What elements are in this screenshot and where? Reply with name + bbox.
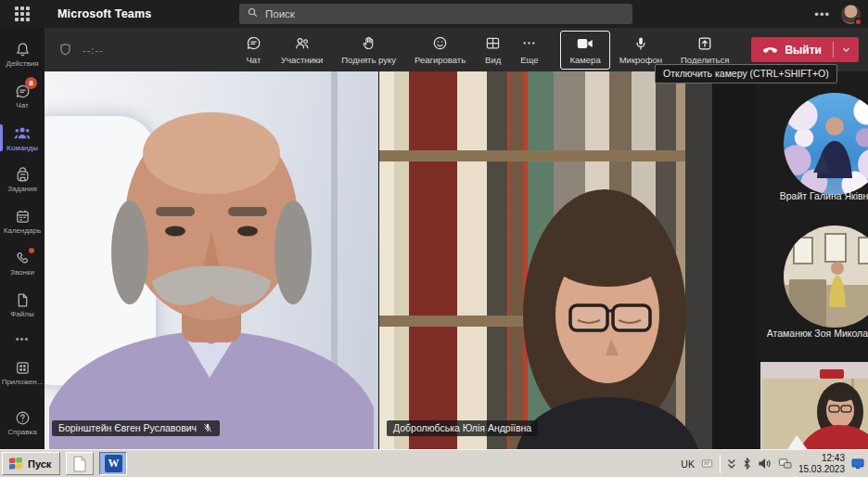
button-label: Еще: [520, 55, 538, 65]
participants-icon: [293, 34, 311, 52]
shield-icon: [57, 42, 73, 58]
camera-tooltip: Отключить камеру (CTRL+SHIFT+O): [655, 64, 837, 84]
sidebar-item-activity[interactable]: Действия: [0, 33, 45, 75]
participants-panel: Врайт Галина Яківна Атаманюк Зоя Миколаї…: [757, 71, 868, 449]
button-label: Чат: [247, 55, 262, 65]
leave-options-button[interactable]: [834, 45, 859, 55]
participant-name: Врайт Галина Яківна: [780, 190, 868, 201]
sidebar-more-button[interactable]: •••: [0, 326, 45, 352]
sidebar-item-label: Звонки: [10, 268, 34, 277]
user-avatar[interactable]: [841, 5, 861, 24]
sidebar-item-label: Задания: [7, 185, 37, 193]
sidebar-item-assignments[interactable]: Задания: [0, 159, 45, 200]
mic-icon: [632, 35, 649, 52]
camera-icon: [576, 35, 594, 52]
participant-name: Атаманюк Зоя Миколаївна: [767, 328, 868, 339]
search-icon: [247, 6, 259, 22]
meeting-stage: Борінштейн Євген Руславович: [45, 71, 868, 449]
network-tray-icon[interactable]: [778, 458, 792, 470]
windows-taskbar: Пуск W UK: [0, 449, 868, 477]
view-grid-icon: [484, 34, 502, 52]
volume-tray-icon[interactable]: [758, 458, 772, 470]
bell-icon: [14, 41, 32, 58]
sidebar-item-label: Действия: [6, 59, 38, 68]
button-label: Поделиться: [681, 55, 729, 65]
sidebar-item-apps[interactable]: Приложен...: [0, 352, 45, 393]
participant-name: Добролюбська Юлія Андріївна: [393, 422, 531, 433]
word-icon: W: [105, 455, 122, 472]
avatar-photo: [784, 93, 868, 195]
search-bar[interactable]: [239, 4, 632, 24]
participant-avatar-vrait[interactable]: [784, 93, 868, 195]
sidebar-item-teams[interactable]: Команды: [0, 117, 45, 159]
app-title: Microsoft Teams: [57, 7, 151, 20]
leave-label: Выйти: [785, 44, 822, 57]
title-bar: Microsoft Teams •••: [0, 0, 868, 28]
system-tray: UK 12:43 15.03.2023: [681, 450, 868, 477]
more-actions-button[interactable]: Еще: [511, 30, 547, 70]
sidebar-item-help[interactable]: Справка: [0, 402, 45, 444]
self-portrait: [762, 364, 868, 449]
avatar-photo: [784, 226, 868, 328]
file-icon: [14, 291, 32, 309]
bluetooth-tray-icon[interactable]: [743, 458, 751, 470]
sidebar-item-chat[interactable]: 8 Чат: [0, 75, 45, 117]
titlebar-more-button[interactable]: •••: [814, 7, 830, 21]
sidebar-item-label: Чат: [16, 101, 28, 110]
mic-muted-icon: [202, 422, 213, 433]
participant-portrait: [45, 71, 378, 449]
button-label: Участники: [281, 55, 323, 65]
sidebar-item-calendar[interactable]: Календарь: [0, 200, 45, 242]
search-input[interactable]: [265, 8, 625, 19]
waffle-icon: [15, 6, 30, 21]
calls-notification-dot: [29, 248, 34, 253]
tray-divider: [720, 455, 721, 473]
sidebar-item-label: Справка: [7, 428, 36, 436]
sidebar-item-files[interactable]: Файлы: [0, 284, 45, 326]
hangup-icon: [762, 45, 778, 56]
start-button[interactable]: Пуск: [2, 452, 60, 475]
backpack-icon: [14, 166, 32, 184]
chat-unread-badge: 8: [25, 77, 37, 89]
leave-button[interactable]: Выйти: [751, 37, 859, 62]
apps-icon: [14, 359, 32, 377]
app-sidebar: Действия 8 Чат Команды: [0, 28, 45, 449]
camera-toggle-button[interactable]: Камера: [560, 31, 609, 70]
video-tile-borinshtein[interactable]: Борінштейн Євген Руславович: [45, 71, 378, 449]
react-button[interactable]: Реагировать: [405, 30, 475, 70]
more-dots-icon: [520, 34, 538, 52]
clock-time: 12:43: [798, 453, 845, 464]
participant-avatar-atamanyuk[interactable]: [784, 226, 868, 328]
participant-row: Атаманюк Зоя Миколаївна: [757, 328, 868, 339]
button-label: Вид: [485, 55, 501, 65]
participant-name-chip: Добролюбська Юлія Андріївна: [387, 420, 538, 436]
meeting-chat-button[interactable]: Чат: [236, 30, 272, 70]
desktop-tray-icon[interactable]: [851, 450, 864, 477]
word-taskbar-button[interactable]: W: [99, 452, 127, 475]
button-label: Поднять руку: [341, 55, 396, 65]
view-button[interactable]: Вид: [475, 30, 511, 70]
sidebar-item-label: Команды: [6, 144, 38, 152]
raise-hand-button[interactable]: Поднять руку: [332, 30, 405, 70]
language-indicator[interactable]: UK: [681, 458, 695, 470]
help-icon: [14, 409, 32, 427]
participant-portrait: [379, 71, 712, 449]
participants-button[interactable]: Участники: [272, 30, 332, 70]
raise-hand-icon: [360, 34, 377, 52]
document-taskbar-button[interactable]: [66, 452, 94, 475]
sidebar-item-calls[interactable]: Звонки: [0, 242, 45, 284]
react-smiley-icon: [431, 34, 449, 52]
meeting-status: --:--: [57, 42, 104, 58]
taskbar-clock[interactable]: 12:43 15.03.2023: [798, 453, 845, 474]
sidebar-item-label: Файлы: [10, 310, 33, 318]
sidebar-item-label: Приложен...: [2, 378, 44, 386]
self-view-video[interactable]: [760, 362, 868, 449]
button-label: Камера: [569, 55, 600, 65]
app-launcher-button[interactable]: [0, 6, 45, 21]
input-helper-icon[interactable]: [701, 458, 713, 470]
share-icon: [696, 35, 713, 52]
hidden-icons-chevron[interactable]: [727, 458, 736, 470]
video-tile-dobrolyubska[interactable]: Добролюбська Юлія Андріївна: [378, 71, 712, 449]
teams-app-window: Microsoft Teams ••• Действия: [0, 0, 868, 477]
windows-logo-icon: [8, 457, 23, 471]
